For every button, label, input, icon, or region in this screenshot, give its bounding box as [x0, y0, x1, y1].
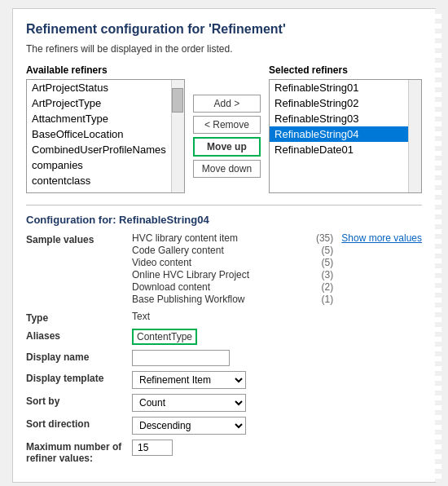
- display-template-value: Refinement Item: [132, 371, 422, 389]
- sample-row: Online HVC Library Project (3): [132, 269, 333, 281]
- sort-direction-select[interactable]: Descending Ascending: [132, 417, 246, 435]
- aliases-value: ContentType: [132, 329, 197, 345]
- sample-row: Download content (2): [132, 281, 333, 293]
- max-refiner-input[interactable]: [132, 440, 173, 456]
- display-template-row: Display template Refinement Item: [26, 371, 422, 389]
- display-name-label: Display name: [26, 350, 132, 363]
- sort-by-row: Sort by Count Name: [26, 394, 422, 412]
- aliases-value-wrapper: ContentType: [132, 329, 422, 345]
- move-up-button[interactable]: Move up: [193, 137, 261, 157]
- aliases-label: Aliases: [26, 329, 132, 342]
- sample-row: Video content (5): [132, 257, 333, 268]
- sample-row: HVC library content item (35): [132, 232, 333, 244]
- sort-direction-value: Descending Ascending: [132, 417, 422, 435]
- refinement-config-panel: Refinement configuration for 'Refinement…: [12, 8, 436, 483]
- list-item[interactable]: RefinableString02: [270, 95, 408, 111]
- panel-title: Refinement configuration for 'Refinement…: [26, 22, 422, 37]
- sort-direction-row: Sort direction Descending Ascending: [26, 417, 422, 435]
- sample-count: (35): [316, 232, 333, 244]
- sample-name: Online HVC Library Project: [132, 269, 249, 281]
- list-item[interactable]: companies: [27, 157, 171, 173]
- sort-by-value: Count Name: [132, 394, 422, 412]
- selected-refiners-listbox[interactable]: RefinableString01 RefinableString02 Refi…: [269, 79, 422, 193]
- show-more-link[interactable]: Show more values: [341, 232, 422, 306]
- available-refiners-label: Available refiners: [26, 64, 185, 76]
- list-item[interactable]: ArtProjectStatus: [27, 80, 171, 95]
- list-item[interactable]: BaseOfficeLocation: [27, 126, 171, 142]
- sample-count: (5): [322, 257, 334, 268]
- max-refiner-label: Maximum number of refiner values:: [26, 440, 132, 464]
- sample-count: (2): [322, 281, 334, 293]
- config-section: Configuration for: RefinableString04 Sam…: [26, 214, 422, 464]
- add-button[interactable]: Add >: [193, 95, 261, 113]
- sample-name: Video content: [132, 257, 191, 268]
- sample-values-list: HVC library content item (35) Code Galle…: [132, 232, 333, 306]
- display-name-value: [132, 350, 422, 366]
- sort-by-select[interactable]: Count Name: [132, 394, 246, 412]
- display-name-input[interactable]: [132, 350, 230, 366]
- sample-count: (1): [322, 294, 334, 305]
- sample-values-row: Sample values HVC library content item (…: [26, 232, 422, 306]
- sort-by-label: Sort by: [26, 394, 132, 407]
- middle-buttons: Add > < Remove Move up Move down: [193, 64, 261, 193]
- available-refiners-listbox[interactable]: ArtProjectStatus ArtProjectType Attachme…: [26, 79, 185, 193]
- available-refiners-box: Available refiners ArtProjectStatus ArtP…: [26, 64, 185, 193]
- list-item[interactable]: RefinableString01: [270, 80, 408, 95]
- list-item[interactable]: ArtProjectType: [27, 95, 171, 111]
- sample-name: HVC library content item: [132, 232, 238, 244]
- list-item[interactable]: RefinableString03: [270, 111, 408, 126]
- list-item[interactable]: AttachmentType: [27, 111, 171, 126]
- type-label: Type: [26, 311, 132, 324]
- panel-description: The refiners will be displayed in the or…: [26, 43, 422, 55]
- refiner-section: Available refiners ArtProjectStatus ArtP…: [26, 64, 422, 193]
- list-item[interactable]: RefinableDate01: [270, 142, 408, 157]
- scrollbar[interactable]: [171, 80, 184, 192]
- sample-name: Download content: [132, 281, 210, 293]
- type-row: Type Text: [26, 311, 422, 324]
- max-refiner-row: Maximum number of refiner values:: [26, 440, 422, 464]
- selected-refiners-label: Selected refiners: [269, 64, 422, 76]
- sample-count: (3): [322, 269, 334, 281]
- config-section-title: Configuration for: RefinableString04: [26, 214, 422, 226]
- sort-direction-label: Sort direction: [26, 417, 132, 430]
- selected-refiners-box: Selected refiners RefinableString01 Refi…: [269, 64, 422, 193]
- sample-name: Base Publishing Workflow: [132, 294, 245, 305]
- max-refiner-value: [132, 440, 422, 456]
- section-divider: [26, 205, 422, 205]
- type-value: Text: [132, 311, 422, 322]
- display-name-row: Display name: [26, 350, 422, 366]
- scrollbar[interactable]: [408, 80, 421, 192]
- list-item[interactable]: ContentManager: [27, 188, 171, 192]
- aliases-row: Aliases ContentType: [26, 329, 422, 345]
- list-item[interactable]: CombinedUserProfileNames: [27, 142, 171, 157]
- scrollbar-thumb[interactable]: [172, 88, 183, 113]
- sample-row: Base Publishing Workflow (1): [132, 294, 333, 305]
- sample-row: Code Gallery content (5): [132, 245, 333, 256]
- move-down-button[interactable]: Move down: [193, 160, 261, 178]
- list-item[interactable]: contentclass: [27, 173, 171, 188]
- list-item-selected[interactable]: RefinableString04: [270, 126, 408, 142]
- display-template-select[interactable]: Refinement Item: [132, 371, 246, 389]
- sample-values-label: Sample values: [26, 232, 132, 245]
- sample-count: (5): [322, 245, 334, 256]
- display-template-label: Display template: [26, 371, 132, 384]
- sample-values-wrapper: HVC library content item (35) Code Galle…: [132, 232, 422, 306]
- remove-button[interactable]: < Remove: [193, 116, 261, 134]
- sample-name: Code Gallery content: [132, 245, 224, 256]
